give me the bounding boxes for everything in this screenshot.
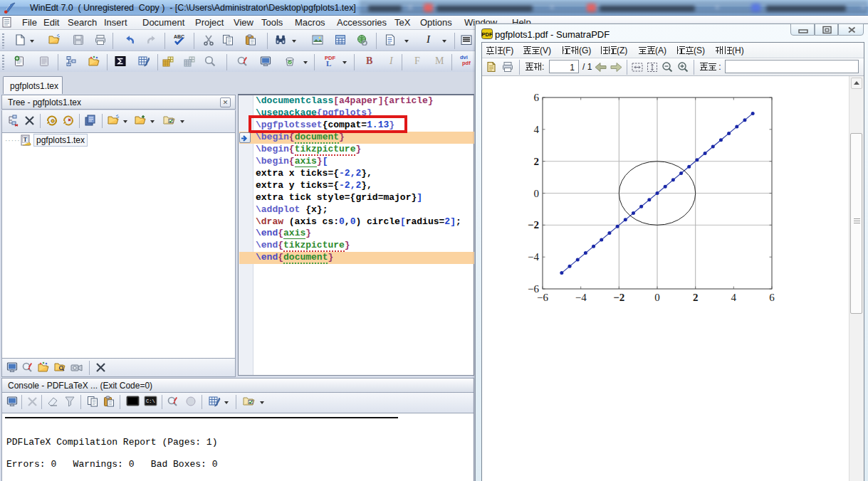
svg-text:−6: −6 [528, 283, 539, 295]
svg-text:F: F [414, 56, 420, 65]
svg-text:I: I [389, 56, 394, 65]
svg-text:6: 6 [534, 92, 540, 103]
svg-text:6: 6 [769, 292, 775, 303]
svg-text:2: 2 [534, 156, 540, 167]
svg-text:0: 0 [534, 188, 540, 199]
svg-text:B: B [366, 56, 372, 65]
svg-text:T: T [23, 137, 27, 143]
svg-text:PDF: PDF [482, 31, 493, 38]
svg-text:M: M [435, 56, 444, 65]
svg-text:−4: −4 [575, 292, 587, 303]
svg-text:L: L [326, 59, 331, 66]
svg-text:C:\: C:\ [146, 398, 155, 404]
svg-text:−4: −4 [528, 251, 539, 263]
svg-text:I: I [426, 33, 431, 44]
svg-text:−2: −2 [528, 219, 539, 231]
svg-text:4: 4 [534, 124, 540, 135]
svg-text:−2: −2 [613, 292, 624, 303]
svg-text:4: 4 [731, 292, 737, 303]
svg-text:0: 0 [654, 292, 660, 303]
svg-text:pdf: pdf [462, 60, 471, 66]
svg-text:2: 2 [693, 292, 699, 303]
